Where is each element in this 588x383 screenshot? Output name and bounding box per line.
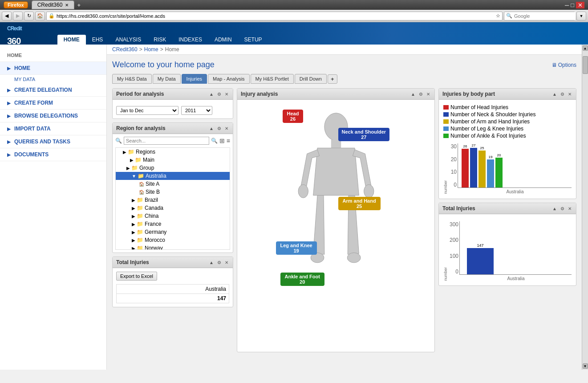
new-tab-button[interactable]: + (77, 2, 81, 8)
total-close-icon[interactable]: ✕ (224, 260, 229, 265)
injury-arm-label[interactable]: Arm and Hand25 (338, 197, 381, 210)
total-injuries-chart-panel: Total Injuries ▲ ⚙ ✕ number (438, 203, 576, 286)
period-panel: Period for analysis ▲ ⚙ ✕ (112, 88, 233, 119)
breadcrumb-credit360[interactable]: CRedit360 (112, 46, 138, 53)
tree-item-sitea[interactable]: 🏠 Site A (116, 180, 230, 188)
nav-risk[interactable]: RISK (147, 35, 172, 45)
body-chart-close-icon[interactable]: ✕ (567, 92, 572, 97)
tab-drilldown[interactable]: Drill Down (295, 74, 327, 84)
body-chart-settings-icon[interactable]: ⚙ (560, 92, 565, 97)
total-up-icon[interactable]: ▲ (208, 260, 215, 265)
total-chart-settings-icon[interactable]: ⚙ (560, 206, 565, 211)
list-view-icon[interactable]: ≡ (227, 137, 230, 144)
sidebar-sub-mydata[interactable]: MY DATA (0, 75, 106, 84)
tree-item-group[interactable]: ▶ 📁 Group (116, 164, 230, 172)
injury-settings-icon[interactable]: ⚙ (418, 92, 424, 97)
region-panel-title: Region for analysis (116, 125, 166, 131)
total-chart-title: Total Injuries (442, 205, 475, 212)
bar-head: 26 (462, 143, 469, 187)
search-submit-icon[interactable]: 🔍 (211, 138, 218, 144)
region-search-input[interactable] (124, 137, 209, 145)
sidebar-item-import[interactable]: ▶ IMPORT DATA (0, 122, 106, 135)
bookmark-icon[interactable]: ☆ (494, 13, 502, 19)
region-up-icon[interactable]: ▲ (208, 126, 215, 131)
period-up-icon[interactable]: ▲ (208, 92, 215, 97)
injury-neck-label[interactable]: Neck and Shoulder27 (338, 128, 390, 141)
breadcrumb-home1[interactable]: Home (144, 46, 158, 53)
injury-leg-label[interactable]: Leg and Knee19 (276, 241, 317, 255)
region-close-icon[interactable]: ✕ (224, 126, 229, 131)
nav-home[interactable]: HOME (57, 35, 86, 45)
year-select[interactable]: 2011 2010 2009 (181, 106, 212, 115)
browser-tab-label: CRedit360 (37, 2, 63, 8)
tree-item-norway[interactable]: ▶ 📁 Norway (116, 244, 230, 250)
browser-search[interactable] (514, 12, 576, 20)
tree-item-australia[interactable]: ▼ 📁 Australia (116, 172, 230, 180)
tab-strip: My H&S Data My Data Injuries Map - Analy… (112, 74, 576, 84)
firefox-button[interactable]: Firefox (4, 1, 28, 8)
tree-item-regions[interactable]: ▶ 📁 Regions (116, 148, 230, 156)
bar-ankle: 20 (495, 143, 503, 187)
close-tab-icon[interactable]: ✕ (65, 3, 69, 8)
tab-myhs[interactable]: My H&S Data (112, 74, 152, 84)
tab-portlet[interactable]: My H&S Portlet (251, 74, 294, 84)
tree-item-brazil[interactable]: ▶ 📁 Brazil (116, 196, 230, 204)
sidebar-item-queries[interactable]: ▶ QUERIES AND TASKS (0, 135, 106, 148)
options-button[interactable]: 🖥 Options (552, 62, 576, 68)
total-chart-x-label: Australia (460, 276, 572, 281)
reload-button[interactable]: ↻ (24, 12, 34, 20)
injury-ankle-label[interactable]: Ankle and Foot20 (280, 273, 324, 286)
home-nav-button[interactable]: 🏠 (35, 12, 45, 20)
total-chart-close-icon[interactable]: ✕ (567, 206, 572, 211)
period-settings-icon[interactable]: ⚙ (216, 92, 222, 97)
breadcrumb: CRedit360 > Home > Home (107, 45, 582, 55)
nav-analysis[interactable]: ANALYSIS (109, 35, 147, 45)
region-settings-icon[interactable]: ⚙ (216, 126, 222, 131)
nav-ehs[interactable]: EHS (86, 35, 109, 45)
total-chart-up-icon[interactable]: ▲ (552, 206, 558, 211)
browser-menu-button[interactable]: ▼ (576, 12, 586, 20)
export-excel-button[interactable]: Export to Excel (116, 272, 157, 281)
close-window-button[interactable]: ✕ (576, 2, 584, 8)
period-panel-title: Period for analysis (116, 91, 164, 97)
nav-admin[interactable]: ADMIN (208, 35, 238, 45)
back-button[interactable]: ◀ (2, 12, 12, 20)
tab-mydata[interactable]: My Data (153, 74, 181, 84)
bar-leg: 19 (487, 143, 494, 187)
svg-point-2 (298, 184, 308, 198)
tree-item-china[interactable]: ▶ 📁 China (116, 212, 230, 220)
total-settings-icon[interactable]: ⚙ (216, 260, 222, 265)
nav-setup[interactable]: SETUP (238, 35, 268, 45)
tree-item-canada[interactable]: ▶ 📁 Canada (116, 204, 230, 212)
period-select[interactable]: Jan to Dec Jan to Jun Jul to Dec (116, 106, 178, 115)
sidebar-item-browse[interactable]: ▶ BROWSE DELEGATIONS (0, 110, 106, 122)
tab-map[interactable]: Map - Analysis (208, 74, 250, 84)
body-chart-up-icon[interactable]: ▲ (552, 92, 558, 97)
tab-add[interactable]: + (328, 74, 337, 84)
tree-item-france[interactable]: ▶ 📁 France (116, 220, 230, 228)
injury-close-icon[interactable]: ✕ (426, 92, 431, 97)
injury-up-icon[interactable]: ▲ (410, 92, 416, 97)
tree-item-morocco[interactable]: ▶ 📁 Morocco (116, 236, 230, 244)
total-value-australia: 147 (117, 294, 229, 303)
sidebar-item-delegation[interactable]: ▶ CREATE DELEGATION (0, 84, 106, 97)
tab-injuries[interactable]: Injuries (182, 74, 207, 84)
address-bar[interactable] (57, 12, 494, 20)
tree-item-siteb[interactable]: 🏠 Site B (116, 188, 230, 196)
body-part-title: Injuries by body part (442, 91, 495, 97)
period-close-icon[interactable]: ✕ (224, 92, 229, 97)
page-title: Welcome to your home page (112, 60, 215, 69)
scrollbar[interactable]: ▲ ▼ (582, 45, 588, 370)
injury-panel: Injury analysis ▲ ⚙ ✕ (237, 88, 435, 352)
sidebar-item-home[interactable]: ▶ HOME (0, 62, 106, 75)
sidebar-item-documents[interactable]: ▶ DOCUMENTS (0, 148, 106, 161)
grid-view-icon[interactable]: ⊞ (219, 137, 225, 144)
minimize-button[interactable]: ─ (565, 2, 569, 8)
sidebar-item-form[interactable]: ▶ CREATE FORM (0, 97, 106, 110)
tree-item-germany[interactable]: ▶ 📁 Germany (116, 228, 230, 236)
tree-item-main[interactable]: ▶ 📁 Main (116, 156, 230, 164)
injury-head-label[interactable]: Head26 (283, 110, 304, 123)
forward-button[interactable]: ▶ (13, 12, 23, 20)
nav-indexes[interactable]: INDEXES (172, 35, 208, 45)
maximize-button[interactable]: □ (571, 2, 574, 8)
